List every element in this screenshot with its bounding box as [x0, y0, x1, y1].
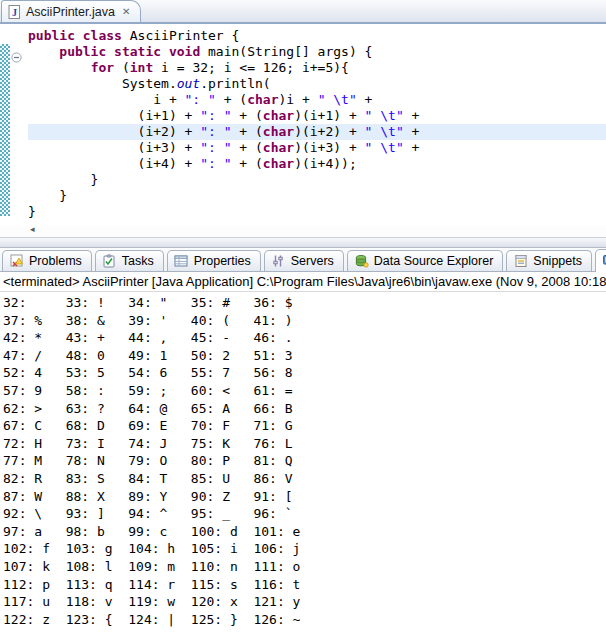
view-tab-properties[interactable]: Properties — [167, 250, 261, 271]
code-line: (i+3) + ": " + (char)(i+3) + " \t" + — [28, 140, 606, 156]
view-tab-label: Properties — [194, 254, 251, 268]
console-output-text: 32: 33: ! 34: " 35: # 36: $ 37: % 38: & … — [0, 292, 606, 628]
console-status-line: <terminated> AsciiPrinter [Java Applicat… — [0, 272, 606, 292]
scroll-left-icon[interactable]: ◂ — [30, 224, 35, 234]
view-tab-tasks[interactable]: Tasks — [95, 250, 164, 271]
editor-tab-bar: J AsciiPrinter.java ✕ — [0, 0, 606, 24]
data-source-explorer-icon — [354, 254, 369, 268]
svg-text:J: J — [12, 6, 17, 17]
problems-icon — [9, 254, 24, 268]
editor-tab-close-icon[interactable]: ✕ — [122, 6, 130, 17]
eclipse-window: J AsciiPrinter.java ✕ public class Ascii… — [0, 0, 606, 641]
properties-icon — [174, 254, 189, 268]
code-line: } — [28, 172, 606, 188]
console-icon — [602, 254, 606, 268]
view-tab-label: Problems — [29, 254, 82, 268]
view-tab-problems[interactable]: Problems — [2, 250, 92, 271]
code-line: i + ": " + (char)i + " \t" + — [28, 92, 606, 108]
code-line: (i+4) + ": " + (char)(i+4)); — [28, 156, 606, 172]
editor-gutter — [10, 24, 28, 226]
view-tab-data-source-explorer[interactable]: Data Source Explorer — [347, 250, 504, 271]
current-line-highlight: (i+2) + ": " + (char)(i+2) + " \t" + — [28, 124, 606, 140]
code-line: (i+1) + ": " + (char)(i+1) + " \t" + — [28, 108, 606, 124]
code-line: for (int i = 32; i <= 126; i+=5){ — [28, 60, 606, 76]
code-line: public class AsciiPrinter { — [28, 28, 606, 44]
code-line: public static void main(String[] args) { — [28, 44, 606, 60]
editor-tab-title: AsciiPrinter.java — [26, 5, 115, 19]
view-tab-snippets[interactable]: Snippets — [506, 250, 592, 271]
code-line: } — [28, 204, 606, 220]
view-tab-label: Servers — [291, 254, 334, 268]
view-tab-label: Tasks — [122, 254, 154, 268]
code-area: public class AsciiPrinter { public stati… — [28, 28, 606, 220]
view-tab-label: Data Source Explorer — [374, 254, 494, 268]
horizontal-scrollbar[interactable]: ◂ — [0, 226, 606, 237]
view-tab-label: Snippets — [533, 254, 582, 268]
code-editor[interactable]: public class AsciiPrinter { public stati… — [0, 24, 606, 226]
fold-collapse-icon[interactable] — [11, 49, 22, 60]
code-line: } — [28, 188, 606, 204]
panel-sash[interactable] — [0, 237, 606, 248]
java-file-icon: J — [7, 5, 22, 19]
editor-tab-asciiprinter[interactable]: J AsciiPrinter.java ✕ — [1, 0, 141, 22]
view-tab-console[interactable]: Console✕ — [595, 249, 606, 272]
view-tab-bar: ProblemsTasksPropertiesServersData Sourc… — [0, 248, 606, 272]
snippets-icon — [513, 254, 528, 268]
code-line: System.out.println( — [28, 76, 606, 92]
tasks-icon — [102, 254, 117, 268]
console-output[interactable]: 32: 33: ! 34: " 35: # 36: $ 37: % 38: & … — [0, 292, 606, 641]
servers-icon — [271, 254, 286, 268]
view-tab-servers[interactable]: Servers — [264, 250, 344, 271]
overview-strip — [0, 44, 10, 216]
